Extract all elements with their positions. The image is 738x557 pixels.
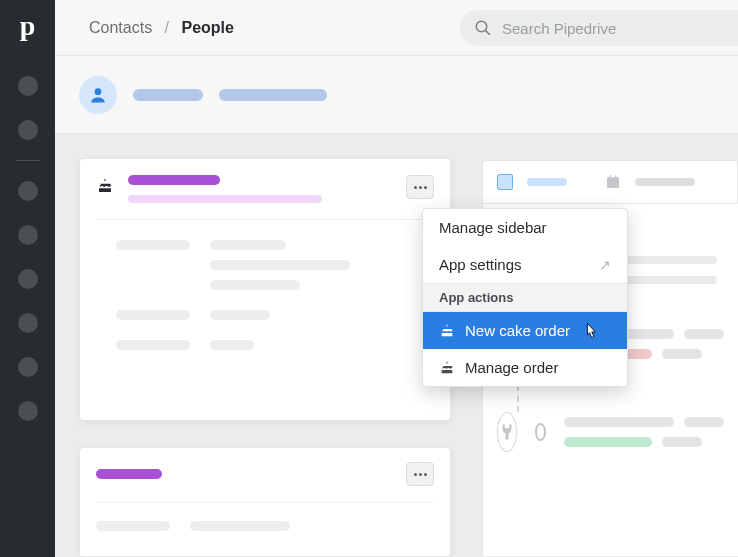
more-button[interactable] [406,462,434,486]
field-value-placeholder [210,310,270,320]
cake-icon [439,360,455,376]
field-label-placeholder [116,310,190,320]
menu-section-header: App actions [423,283,627,312]
svg-point-2 [95,88,102,95]
breadcrumb-sep: / [165,19,169,36]
sidebar-card [79,447,451,557]
menu-item-new-cake-order[interactable]: New cake order [423,312,627,349]
nav-item[interactable] [18,313,38,333]
timeline-status-dot[interactable] [535,423,546,441]
nav-item[interactable] [18,269,38,289]
svg-rect-4 [610,175,611,178]
breadcrumb: Contacts / People [89,19,234,37]
card-title-placeholder [128,175,220,185]
sidebar-card [79,158,451,421]
external-link-icon: ↗ [599,257,611,273]
breadcrumb-parent[interactable]: Contacts [89,19,152,36]
menu-item-label: Manage order [465,359,558,376]
search-icon [474,19,492,37]
status-bar-done [564,437,652,447]
person-name-placeholder [133,89,203,101]
menu-item-label: New cake order [465,322,570,339]
nav-item[interactable] [18,120,38,140]
svg-rect-3 [607,177,619,188]
nav-divider [16,160,40,161]
tab-activity[interactable] [605,174,621,190]
tab-label-placeholder [635,178,695,186]
person-subtitle-placeholder [219,89,327,101]
avatar[interactable] [79,76,117,114]
menu-item-label: Manage sidebar [439,219,547,236]
logo: p [20,12,36,40]
context-menu: Manage sidebar App settings ↗ App action… [422,208,628,387]
card-title-placeholder [96,469,162,479]
skeleton-line [662,437,702,447]
nav-item[interactable] [18,76,38,96]
menu-item-manage-sidebar[interactable]: Manage sidebar [423,209,627,246]
field-value-placeholder [210,240,286,250]
nav-item[interactable] [18,225,38,245]
menu-item-app-settings[interactable]: App settings ↗ [423,246,627,283]
field-value-placeholder [210,260,350,270]
breadcrumb-current: People [182,19,234,36]
activity-tabs [482,160,738,204]
more-button[interactable] [406,175,434,199]
person-header [55,56,738,134]
nav-item[interactable] [18,181,38,201]
svg-rect-5 [615,175,616,178]
cake-icon [96,177,114,195]
field-label-placeholder [96,521,170,531]
search-placeholder: Search Pipedrive [502,20,616,37]
skeleton-line [684,417,724,427]
sidebar: p [0,0,55,557]
nav-item[interactable] [18,401,38,421]
topbar: Contacts / People Search Pipedrive [55,0,738,56]
skeleton-line [662,349,702,359]
nav-item[interactable] [18,357,38,377]
card-subtitle-placeholder [128,195,322,203]
svg-line-1 [486,31,490,35]
field-value-placeholder [210,280,300,290]
menu-item-label: App settings [439,256,522,273]
field-label-placeholder [116,340,190,350]
cake-icon [439,323,455,339]
field-label-placeholder [116,240,190,250]
tab-label-placeholder [527,178,567,186]
tab-notes[interactable] [497,174,513,190]
field-value-placeholder [210,340,254,350]
menu-item-manage-order[interactable]: Manage order [423,349,627,386]
person-icon [88,85,108,105]
timeline-node[interactable] [497,412,517,452]
svg-point-0 [476,21,487,32]
search-input[interactable]: Search Pipedrive [460,10,738,46]
skeleton-line [684,329,724,339]
skeleton-line [564,417,674,427]
field-value-placeholder [190,521,290,531]
